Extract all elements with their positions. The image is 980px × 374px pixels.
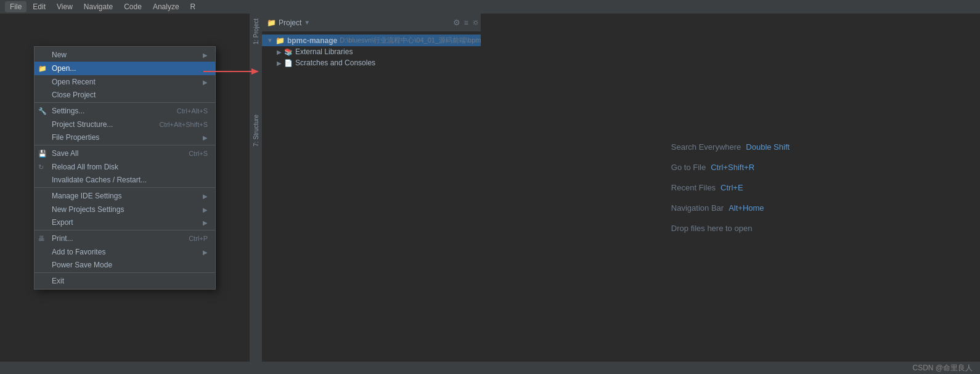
menu-item-add-favorites[interactable]: Add to Favorites ▶ bbox=[35, 245, 215, 259]
project-panel-title: 📁 Project ▼ bbox=[267, 18, 310, 27]
menu-item-open-label: Open... bbox=[52, 64, 208, 73]
menu-item-manage-ide-label: Manage IDE Settings bbox=[52, 192, 200, 200]
menu-file[interactable]: File bbox=[5, 1, 27, 12]
menu-item-reload-label: Reload All from Disk bbox=[52, 163, 208, 171]
menu-item-new[interactable]: New ▶ bbox=[35, 48, 215, 62]
tree-scratches[interactable]: ▶ 📄 Scratches and Consoles bbox=[262, 57, 492, 68]
menu-code[interactable]: Code bbox=[119, 1, 147, 12]
scratches-label: Scratches and Consoles bbox=[295, 59, 375, 67]
menu-item-settings[interactable]: 🔧 Settings... Ctrl+Alt+S bbox=[35, 104, 215, 118]
menu-item-exit-label: Exit bbox=[52, 277, 208, 285]
menu-item-power-save[interactable]: Power Save Mode bbox=[35, 259, 215, 273]
library-icon: 📚 bbox=[284, 48, 293, 56]
save-shortcut: Ctrl+S bbox=[189, 150, 208, 157]
project-label: Project bbox=[279, 18, 301, 27]
menu-item-save-label: Save All bbox=[52, 149, 181, 158]
menu-item-project-structure[interactable]: Project Structure... Ctrl+Alt+Shift+S bbox=[35, 118, 215, 131]
tree-root-item[interactable]: ▼ 📁 bpmc-manage D:\bluesvn\行业流程中心\04_01_… bbox=[262, 35, 492, 46]
folder-icon: 📁 bbox=[267, 18, 276, 27]
search-everywhere-key: Double Shift bbox=[746, 142, 790, 152]
menu-item-reload[interactable]: ↻ Reload All from Disk bbox=[35, 160, 215, 174]
main-editor: Search Everywhere Double Shift Go to Fil… bbox=[481, 14, 980, 362]
expand-arrow-right-icon: ▶ bbox=[277, 49, 282, 55]
menu-item-print[interactable]: 🖶 Print... Ctrl+P bbox=[35, 232, 215, 245]
goto-file-label: Go to File bbox=[671, 163, 706, 172]
project-panel: 📁 Project ▼ ⚙ ≡ ⛭ – ▼ 📁 bpmc-manage D:\b… bbox=[262, 14, 493, 362]
menu-item-settings-label: Settings... bbox=[52, 107, 169, 115]
menu-item-power-save-label: Power Save Mode bbox=[52, 261, 208, 269]
root-item-path: D:\bluesvn\行业流程中心\04_01_源码前端\bpmc-man... bbox=[340, 36, 492, 45]
print-icon: 🖶 bbox=[38, 235, 45, 242]
scratches-icon: 📄 bbox=[284, 59, 293, 67]
menu-item-open-recent[interactable]: Open Recent ▶ bbox=[35, 75, 215, 89]
menu-item-favorites-label: Add to Favorites bbox=[52, 248, 200, 256]
menu-item-close-label: Close Project bbox=[52, 91, 208, 99]
submenu-arrow-ide-icon: ▶ bbox=[203, 193, 208, 200]
submenu-arrow-icon: ▶ bbox=[203, 52, 208, 59]
hint-recent-files: Recent Files Ctrl+E bbox=[671, 183, 790, 192]
file-context-menu: New ▶ 📁 Open... Open Recent ▶ Close Proj… bbox=[34, 46, 216, 290]
expand-arrow-right2-icon: ▶ bbox=[277, 60, 282, 67]
expand-arrow-icon: ▼ bbox=[267, 37, 273, 44]
menu-item-manage-ide[interactable]: Manage IDE Settings ▶ bbox=[35, 189, 215, 203]
svg-marker-1 bbox=[251, 68, 259, 75]
menu-view[interactable]: View bbox=[52, 1, 78, 12]
menu-item-invalidate-label: Invalidate Caches / Restart... bbox=[52, 176, 208, 184]
tree-external-libraries[interactable]: ▶ 📚 External Libraries bbox=[262, 46, 492, 57]
open-arrow-indicator bbox=[203, 67, 259, 76]
hint-goto-file: Go to File Ctrl+Shift+R bbox=[671, 163, 790, 172]
menu-item-open-recent-label: Open Recent bbox=[52, 78, 200, 86]
settings-icon[interactable]: ⛭ bbox=[472, 18, 480, 27]
menu-item-exit[interactable]: Exit bbox=[35, 274, 215, 288]
goto-file-key: Ctrl+Shift+R bbox=[711, 163, 754, 172]
recent-files-key: Ctrl+E bbox=[721, 183, 743, 192]
submenu-arrow-props-icon: ▶ bbox=[203, 134, 208, 141]
submenu-arrow-newproj-icon: ▶ bbox=[203, 206, 208, 213]
project-panel-header: 📁 Project ▼ ⚙ ≡ ⛭ – bbox=[262, 14, 492, 32]
side-label-project[interactable]: 1: Project bbox=[251, 16, 261, 47]
menu-item-file-properties[interactable]: File Properties ▶ bbox=[35, 131, 215, 145]
nav-bar-label: Navigation Bar bbox=[671, 203, 724, 213]
menu-item-new-projects[interactable]: New Projects Settings ▶ bbox=[35, 203, 215, 216]
submenu-arrow-fav-icon: ▶ bbox=[203, 249, 208, 256]
menu-item-export[interactable]: Export ▶ bbox=[35, 216, 215, 230]
layout-icon[interactable]: ≡ bbox=[464, 18, 468, 27]
nav-bar-key: Alt+Home bbox=[729, 203, 764, 213]
menu-item-new-label: New bbox=[52, 51, 200, 59]
menu-item-close-project[interactable]: Close Project bbox=[35, 89, 215, 103]
csdn-watermark: CSDN @命里良人 bbox=[912, 363, 973, 373]
menu-item-new-projects-label: New Projects Settings bbox=[52, 205, 200, 214]
menu-item-open[interactable]: 📁 Open... bbox=[35, 62, 215, 75]
folder-icon: 📁 bbox=[276, 36, 285, 45]
submenu-arrow-recent-icon: ▶ bbox=[203, 79, 208, 86]
hint-search-everywhere: Search Everywhere Double Shift bbox=[671, 142, 790, 152]
hint-drop-files: Drop files here to open bbox=[671, 224, 790, 233]
recent-files-label: Recent Files bbox=[671, 183, 716, 192]
ide-menubar: File Edit View Navigate Code Analyze R bbox=[0, 0, 980, 14]
menu-item-print-label: Print... bbox=[52, 234, 181, 243]
menu-r[interactable]: R bbox=[186, 1, 201, 12]
settings-shortcut: Ctrl+Alt+S bbox=[177, 107, 208, 115]
menu-item-invalidate[interactable]: Invalidate Caches / Restart... bbox=[35, 174, 215, 188]
menu-item-file-props-label: File Properties bbox=[52, 133, 200, 142]
reload-icon: ↻ bbox=[38, 163, 44, 171]
menu-item-project-structure-label: Project Structure... bbox=[52, 120, 152, 129]
menu-navigate[interactable]: Navigate bbox=[79, 1, 118, 12]
statusbar: CSDN @命里良人 bbox=[0, 362, 980, 374]
menu-analyze[interactable]: Analyze bbox=[148, 1, 184, 12]
side-label-structure[interactable]: 7: Structure bbox=[251, 112, 261, 149]
project-tree: ▼ 📁 bpmc-manage D:\bluesvn\行业流程中心\04_01_… bbox=[262, 32, 492, 71]
editor-hints: Search Everywhere Double Shift Go to Fil… bbox=[671, 142, 790, 233]
gear-icon[interactable]: ⚙ bbox=[453, 18, 460, 27]
dropdown-arrow-icon[interactable]: ▼ bbox=[304, 19, 310, 26]
submenu-arrow-export-icon: ▶ bbox=[203, 219, 208, 226]
external-libraries-label: External Libraries bbox=[295, 47, 353, 56]
open-folder-icon: 📁 bbox=[38, 65, 47, 73]
menu-item-save-all[interactable]: 💾 Save All Ctrl+S bbox=[35, 147, 215, 160]
menu-item-export-label: Export bbox=[52, 218, 200, 227]
wrench-icon: 🔧 bbox=[38, 107, 47, 115]
menu-edit[interactable]: Edit bbox=[28, 1, 51, 12]
project-structure-shortcut: Ctrl+Alt+Shift+S bbox=[159, 121, 208, 128]
save-icon: 💾 bbox=[38, 150, 47, 158]
hint-nav-bar: Navigation Bar Alt+Home bbox=[671, 203, 790, 213]
